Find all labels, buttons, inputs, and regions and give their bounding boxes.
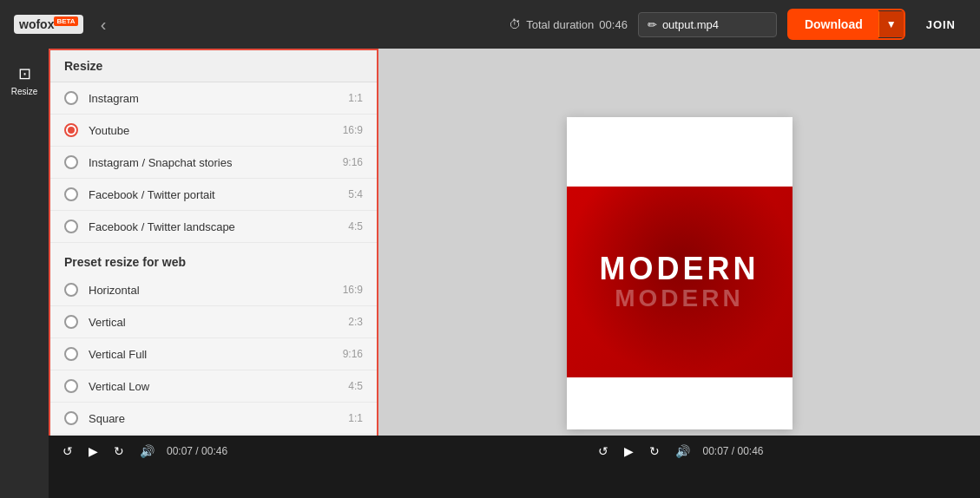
resize-ratio: 5:4 [348, 188, 363, 200]
join-button[interactable]: JOIN [916, 11, 966, 38]
resize-label: Youtube [89, 124, 332, 137]
resize-label: Horizontal [89, 284, 332, 297]
radio-horizontal[interactable] [64, 283, 78, 297]
bottom-controls [49, 467, 980, 498]
left-player-controls: ↺ ▶ ↻ 🔊 00:07 / 00:46 [49, 436, 378, 467]
preview-forward-button[interactable]: ↻ [646, 442, 663, 460]
sidebar-item-resize[interactable]: ⊡ Resize [0, 56, 49, 105]
radio-square[interactable] [64, 411, 78, 425]
rewind-button[interactable]: ↺ [59, 442, 76, 460]
resize-label: Vertical [89, 316, 338, 329]
radio-instagram-snapchat[interactable] [64, 155, 78, 169]
resize-ratio: 2:3 [348, 316, 363, 328]
resize-label: Vertical Low [89, 380, 338, 393]
list-item[interactable]: Horizontal 16:9 [50, 274, 377, 306]
resize-ratio: 9:16 [343, 156, 363, 168]
modern-title: MODERN [600, 252, 760, 286]
resize-panel-title: Resize [50, 50, 377, 82]
main-layout: ⊡ Resize Resize Instagram 1:1 Youtube 16… [0, 49, 980, 498]
video-image: MODERN MODERN [567, 187, 793, 377]
sidebar-tools: ⊡ Resize [0, 49, 49, 498]
header: wofoxBETA ‹ ⏱ Total duration 00:46 ✏ Dow… [0, 0, 980, 49]
resize-label: Vertical Full [89, 348, 332, 361]
preset-section-title: Preset resize for web [50, 243, 377, 274]
list-item[interactable]: Vertical 2:3 [50, 306, 377, 338]
filename-input[interactable] [662, 18, 766, 31]
right-player-controls: ↺ ▶ ↻ 🔊 00:07 / 00:46 [378, 436, 980, 467]
resize-ratio: 4:5 [348, 220, 363, 233]
social-resize-list: Instagram 1:1 Youtube 16:9 Instagram / S… [50, 82, 377, 243]
resize-icon: ⊡ [18, 64, 31, 83]
resize-panel: Resize Instagram 1:1 Youtube 16:9 Instag… [49, 49, 378, 498]
duration-value: 00:46 [599, 18, 628, 31]
logo: wofoxBETA [14, 15, 83, 34]
duration-label: Total duration [526, 18, 594, 31]
resize-label: Instagram [89, 92, 338, 105]
resize-ratio: 1:1 [348, 92, 363, 104]
resize-label: Facebook / Twitter landscape [89, 220, 338, 233]
download-dropdown-button[interactable]: ▼ [878, 11, 904, 37]
list-item[interactable]: Facebook / Twitter landscape 4:5 [50, 211, 377, 243]
video-overlay: MODERN MODERN [567, 187, 793, 377]
resize-ratio: 16:9 [343, 284, 363, 296]
resize-ratio: 16:9 [343, 124, 363, 136]
modern-text-container: MODERN MODERN [600, 252, 760, 312]
list-item[interactable]: Vertical Low 4:5 [50, 370, 377, 403]
radio-instagram[interactable] [64, 91, 78, 105]
duration-info: ⏱ Total duration 00:46 [509, 17, 628, 31]
list-item[interactable]: Instagram / Snapchat stories 9:16 [50, 147, 377, 179]
list-item[interactable]: Vertical Full 9:16 [50, 338, 377, 370]
back-button[interactable]: ‹ [101, 15, 107, 35]
resize-label: Facebook / Twitter portait [89, 188, 338, 201]
resize-ratio: 9:16 [343, 348, 363, 360]
list-item[interactable]: Facebook / Twitter portait 5:4 [50, 179, 377, 211]
resize-ratio: 1:1 [348, 412, 363, 424]
list-item[interactable]: Instagram 1:1 [50, 82, 377, 115]
list-item[interactable]: Square 1:1 [50, 403, 377, 435]
modern-subtitle: MODERN [600, 285, 760, 312]
radio-youtube[interactable] [64, 123, 78, 137]
logo-wordmark: wofoxBETA [14, 15, 83, 34]
download-group: Download ▼ [787, 9, 905, 40]
preview-play-button[interactable]: ▶ [621, 442, 637, 460]
radio-vertical[interactable] [64, 315, 78, 329]
preview-area: MODERN MODERN [378, 49, 980, 498]
preview-time-display: 00:07 / 00:46 [702, 445, 763, 457]
resize-label: Square [89, 412, 338, 425]
volume-button[interactable]: 🔊 [136, 442, 158, 460]
radio-vertical-full[interactable] [64, 347, 78, 361]
logo-text: wofox [19, 17, 54, 31]
preview-rewind-button[interactable]: ↺ [595, 442, 612, 460]
sidebar-item-label: Resize [11, 87, 38, 96]
video-bottom-white [567, 377, 793, 429]
forward-button[interactable]: ↻ [110, 442, 128, 460]
play-button[interactable]: ▶ [85, 442, 102, 460]
radio-facebook-portrait[interactable] [64, 187, 78, 201]
resize-label: Instagram / Snapchat stories [89, 156, 332, 169]
filename-container: ✏ [638, 12, 777, 37]
video-preview: MODERN MODERN [567, 117, 793, 429]
beta-badge: BETA [54, 16, 77, 26]
list-item[interactable]: Youtube 16:9 [50, 115, 377, 147]
radio-vertical-low[interactable] [64, 379, 78, 393]
time-display: 00:07 / 00:46 [167, 445, 227, 457]
clock-icon: ⏱ [509, 17, 521, 31]
resize-ratio: 4:5 [348, 380, 363, 392]
download-button[interactable]: Download [789, 10, 878, 38]
radio-facebook-landscape[interactable] [64, 220, 78, 233]
video-top-white [567, 117, 793, 187]
edit-icon: ✏ [648, 18, 657, 31]
preview-volume-button[interactable]: 🔊 [672, 442, 694, 460]
